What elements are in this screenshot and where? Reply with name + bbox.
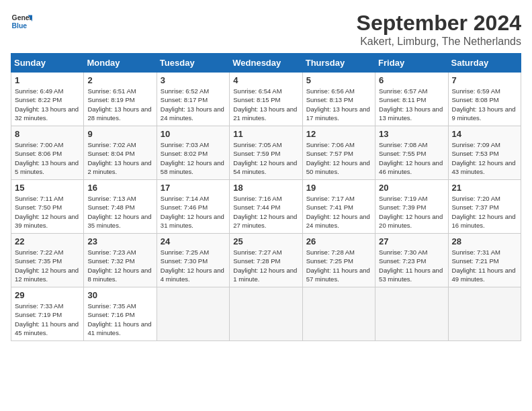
day-info: Sunrise: 7:16 AMSunset: 7:44 PMDaylight:…: [233, 194, 298, 230]
calendar-week-row: 15Sunrise: 7:11 AMSunset: 7:50 PMDayligh…: [11, 180, 521, 234]
calendar-day-cell: 2Sunrise: 6:51 AMSunset: 8:19 PMDaylight…: [84, 73, 157, 126]
calendar-day-cell: 22Sunrise: 7:22 AMSunset: 7:35 PMDayligh…: [11, 234, 84, 287]
calendar-day-cell: 4Sunrise: 6:54 AMSunset: 8:15 PMDaylight…: [230, 73, 302, 126]
month-title: September 2024: [357, 11, 521, 36]
day-number: 16: [87, 183, 152, 193]
calendar-day-cell: 12Sunrise: 7:06 AMSunset: 7:57 PMDayligh…: [302, 126, 375, 180]
calendar-day-cell: [230, 287, 302, 341]
day-info: Sunrise: 7:31 AMSunset: 7:21 PMDaylight:…: [452, 248, 517, 283]
weekday-header-monday: Monday: [84, 54, 157, 73]
calendar-day-cell: 26Sunrise: 7:28 AMSunset: 7:25 PMDayligh…: [302, 234, 375, 287]
calendar-day-cell: 24Sunrise: 7:25 AMSunset: 7:30 PMDayligh…: [157, 234, 229, 287]
calendar-day-cell: 19Sunrise: 7:17 AMSunset: 7:41 PMDayligh…: [302, 180, 375, 234]
day-info: Sunrise: 7:30 AMSunset: 7:23 PMDaylight:…: [379, 248, 444, 283]
calendar-day-cell: 10Sunrise: 7:03 AMSunset: 8:02 PMDayligh…: [157, 126, 229, 180]
day-number: 10: [161, 129, 226, 139]
day-number: 6: [379, 75, 444, 85]
calendar-day-cell: 21Sunrise: 7:20 AMSunset: 7:37 PMDayligh…: [448, 180, 521, 234]
day-info: Sunrise: 6:59 AMSunset: 8:08 PMDaylight:…: [452, 87, 517, 122]
day-info: Sunrise: 6:54 AMSunset: 8:15 PMDaylight:…: [233, 87, 298, 122]
svg-text:Blue: Blue: [12, 22, 28, 30]
calendar-day-cell: [448, 287, 521, 341]
day-info: Sunrise: 7:09 AMSunset: 7:53 PMDaylight:…: [452, 140, 517, 176]
day-info: Sunrise: 7:13 AMSunset: 7:48 PMDaylight:…: [87, 194, 152, 230]
day-number: 15: [15, 183, 80, 193]
calendar-day-cell: 27Sunrise: 7:30 AMSunset: 7:23 PMDayligh…: [375, 234, 448, 287]
day-number: 27: [379, 236, 444, 246]
weekday-header-wednesday: Wednesday: [230, 54, 302, 73]
day-number: 8: [15, 129, 80, 139]
calendar-day-cell: 23Sunrise: 7:23 AMSunset: 7:32 PMDayligh…: [84, 234, 157, 287]
day-number: 5: [306, 75, 371, 85]
calendar-week-row: 22Sunrise: 7:22 AMSunset: 7:35 PMDayligh…: [11, 234, 521, 287]
day-info: Sunrise: 7:22 AMSunset: 7:35 PMDaylight:…: [15, 248, 80, 283]
day-info: Sunrise: 6:51 AMSunset: 8:19 PMDaylight:…: [87, 87, 152, 122]
location: Kakert, Limburg, The Netherlands: [357, 36, 521, 48]
day-info: Sunrise: 7:00 AMSunset: 8:06 PMDaylight:…: [15, 140, 80, 176]
calendar-day-cell: 15Sunrise: 7:11 AMSunset: 7:50 PMDayligh…: [11, 180, 84, 234]
calendar-day-cell: [375, 287, 448, 341]
day-info: Sunrise: 7:33 AMSunset: 7:19 PMDaylight:…: [15, 302, 80, 337]
day-info: Sunrise: 7:11 AMSunset: 7:50 PMDaylight:…: [15, 194, 80, 230]
day-info: Sunrise: 7:23 AMSunset: 7:32 PMDaylight:…: [87, 248, 152, 283]
day-number: 29: [15, 290, 80, 300]
calendar-day-cell: 1Sunrise: 6:49 AMSunset: 8:22 PMDaylight…: [11, 73, 84, 126]
day-number: 22: [15, 236, 80, 246]
day-info: Sunrise: 6:52 AMSunset: 8:17 PMDaylight:…: [161, 87, 226, 122]
day-info: Sunrise: 6:56 AMSunset: 8:13 PMDaylight:…: [306, 87, 371, 122]
day-info: Sunrise: 7:35 AMSunset: 7:16 PMDaylight:…: [87, 302, 152, 337]
day-number: 19: [306, 183, 371, 193]
day-number: 12: [306, 129, 371, 139]
day-number: 24: [161, 236, 226, 246]
day-number: 20: [379, 183, 444, 193]
weekday-header-sunday: Sunday: [11, 54, 84, 73]
calendar-day-cell: 25Sunrise: 7:27 AMSunset: 7:28 PMDayligh…: [230, 234, 302, 287]
day-number: 17: [161, 183, 226, 193]
calendar-day-cell: 3Sunrise: 6:52 AMSunset: 8:17 PMDaylight…: [157, 73, 229, 126]
calendar-week-row: 1Sunrise: 6:49 AMSunset: 8:22 PMDaylight…: [11, 73, 521, 126]
day-info: Sunrise: 7:05 AMSunset: 7:59 PMDaylight:…: [233, 140, 298, 176]
day-number: 26: [306, 236, 371, 246]
calendar-day-cell: 17Sunrise: 7:14 AMSunset: 7:46 PMDayligh…: [157, 180, 229, 234]
day-info: Sunrise: 7:20 AMSunset: 7:37 PMDaylight:…: [452, 194, 517, 230]
day-info: Sunrise: 7:08 AMSunset: 7:55 PMDaylight:…: [379, 140, 444, 176]
day-number: 3: [161, 75, 226, 85]
calendar-day-cell: 16Sunrise: 7:13 AMSunset: 7:48 PMDayligh…: [84, 180, 157, 234]
calendar-day-cell: 6Sunrise: 6:57 AMSunset: 8:11 PMDaylight…: [375, 73, 448, 126]
day-info: Sunrise: 7:28 AMSunset: 7:25 PMDaylight:…: [306, 248, 371, 283]
calendar-day-cell: 28Sunrise: 7:31 AMSunset: 7:21 PMDayligh…: [448, 234, 521, 287]
calendar-day-cell: 11Sunrise: 7:05 AMSunset: 7:59 PMDayligh…: [230, 126, 302, 180]
day-info: Sunrise: 7:14 AMSunset: 7:46 PMDaylight:…: [161, 194, 226, 230]
calendar-day-cell: 13Sunrise: 7:08 AMSunset: 7:55 PMDayligh…: [375, 126, 448, 180]
day-number: 7: [452, 75, 517, 85]
day-info: Sunrise: 6:49 AMSunset: 8:22 PMDaylight:…: [15, 87, 80, 122]
day-number: 23: [87, 236, 152, 246]
day-number: 4: [233, 75, 298, 85]
weekday-header-row: SundayMondayTuesdayWednesdayThursdayFrid…: [11, 54, 521, 73]
title-area: September 2024 Kakert, Limburg, The Neth…: [357, 11, 521, 48]
day-info: Sunrise: 7:27 AMSunset: 7:28 PMDaylight:…: [233, 248, 298, 283]
day-number: 13: [379, 129, 444, 139]
day-number: 11: [233, 129, 298, 139]
day-info: Sunrise: 7:19 AMSunset: 7:39 PMDaylight:…: [379, 194, 444, 230]
calendar-day-cell: 29Sunrise: 7:33 AMSunset: 7:19 PMDayligh…: [11, 287, 84, 341]
calendar-day-cell: [157, 287, 229, 341]
page-header: General Blue September 2024 Kakert, Limb…: [11, 11, 521, 48]
calendar-day-cell: 20Sunrise: 7:19 AMSunset: 7:39 PMDayligh…: [375, 180, 448, 234]
calendar-day-cell: 7Sunrise: 6:59 AMSunset: 8:08 PMDaylight…: [448, 73, 521, 126]
calendar-day-cell: 14Sunrise: 7:09 AMSunset: 7:53 PMDayligh…: [448, 126, 521, 180]
calendar-week-row: 8Sunrise: 7:00 AMSunset: 8:06 PMDaylight…: [11, 126, 521, 180]
calendar-day-cell: [302, 287, 375, 341]
calendar-day-cell: 18Sunrise: 7:16 AMSunset: 7:44 PMDayligh…: [230, 180, 302, 234]
day-number: 25: [233, 236, 298, 246]
day-number: 1: [15, 75, 80, 85]
weekday-header-friday: Friday: [375, 54, 448, 73]
day-number: 21: [452, 183, 517, 193]
calendar-day-cell: 30Sunrise: 7:35 AMSunset: 7:16 PMDayligh…: [84, 287, 157, 341]
day-info: Sunrise: 7:06 AMSunset: 7:57 PMDaylight:…: [306, 140, 371, 176]
day-info: Sunrise: 7:25 AMSunset: 7:30 PMDaylight:…: [161, 248, 226, 283]
logo: General Blue: [11, 11, 32, 32]
calendar-day-cell: 8Sunrise: 7:00 AMSunset: 8:06 PMDaylight…: [11, 126, 84, 180]
calendar-day-cell: 9Sunrise: 7:02 AMSunset: 8:04 PMDaylight…: [84, 126, 157, 180]
day-info: Sunrise: 7:02 AMSunset: 8:04 PMDaylight:…: [87, 140, 152, 176]
